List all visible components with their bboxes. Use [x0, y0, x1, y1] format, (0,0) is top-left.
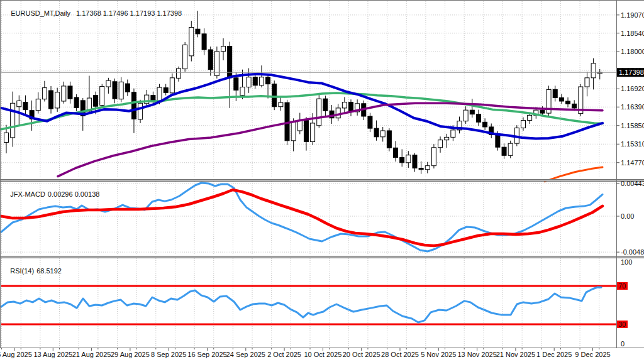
candle — [253, 74, 257, 89]
bull-candle-body — [431, 148, 436, 166]
bull-candle-body — [138, 103, 143, 119]
bear-candle-body — [413, 155, 417, 168]
bear-candle-body — [553, 89, 557, 97]
bull-candle-body — [297, 121, 302, 131]
candle — [304, 117, 308, 151]
candle — [266, 74, 270, 98]
candle — [502, 143, 506, 159]
time-axis-label: 5 Aug 2025 — [0, 351, 32, 358]
bull-candle-body — [279, 102, 283, 107]
time-axis[interactable]: 5 Aug 202513 Aug 202521 Aug 202529 Aug 2… — [0, 348, 611, 358]
time-axis-label: 21 Aug 2025 — [72, 351, 111, 358]
candle — [585, 72, 589, 96]
candle — [42, 81, 47, 102]
time-axis-label: 29 Aug 2025 — [111, 351, 150, 358]
candle — [11, 92, 15, 147]
bear-candle-body — [470, 110, 474, 114]
chart-canvas[interactable]: 1.190701.185401.180001.174601.169201.163… — [0, 0, 644, 362]
bull-candle-body — [521, 121, 525, 128]
candle — [62, 82, 66, 104]
candle — [476, 110, 480, 126]
candle — [106, 78, 111, 94]
price-axis-label: 1.18000 — [621, 48, 644, 55]
time-axis-label: 9 Dec 2025 — [575, 351, 610, 358]
bear-candle-body — [228, 47, 232, 78]
candle — [145, 90, 149, 107]
bear-candle-body — [566, 101, 570, 104]
bear-candle-body — [125, 84, 130, 92]
candle — [380, 127, 385, 141]
bull-candle-body — [119, 82, 123, 99]
candle — [566, 97, 570, 107]
candle — [259, 65, 264, 87]
bear-candle-body — [272, 84, 277, 107]
macd-values: 0.00296 0.00138 — [48, 190, 100, 198]
candle — [317, 93, 321, 128]
bear-candle-body — [49, 90, 53, 109]
bear-candle-body — [304, 121, 308, 142]
time-axis-label: 28 Oct 2025 — [381, 351, 419, 358]
candle — [23, 96, 28, 115]
candle — [113, 79, 117, 103]
candle — [579, 84, 583, 116]
bear-candle-body — [502, 147, 506, 155]
main-chart-legend: EURUSD_MT,Daily1.17368 1.17496 1.17193 1… — [3, 1, 182, 26]
candle — [30, 101, 34, 131]
rsi-axis-label-0: 0 — [621, 340, 625, 348]
time-axis-label: 5 Nov 2025 — [421, 351, 456, 358]
rsi-level-badge-label: 70 — [618, 282, 626, 290]
bear-candle-body — [559, 98, 564, 101]
candle — [348, 99, 353, 116]
rsi-legend: RSI(14)68.5192 — [3, 259, 62, 283]
time-axis-label: 13 Aug 2025 — [33, 351, 72, 358]
candle — [247, 69, 251, 93]
trading-chart-window: 1.190701.185401.180001.174601.169201.163… — [0, 0, 644, 362]
bull-candle-body — [591, 63, 596, 78]
current-price-label: 1.17398 — [619, 69, 644, 76]
bull-candle-body — [380, 131, 385, 137]
candle — [330, 105, 334, 124]
candle — [470, 99, 474, 118]
time-axis-label: 2 Oct 2025 — [267, 351, 301, 358]
price-axis-label: 1.16920 — [621, 85, 644, 92]
candle — [323, 96, 328, 117]
candle — [125, 80, 130, 96]
candle — [336, 104, 340, 121]
bear-candle-body — [164, 88, 168, 93]
candle — [49, 86, 53, 114]
bull-candle-body — [100, 86, 104, 105]
bull-candle-body — [62, 86, 66, 101]
candle — [591, 58, 596, 90]
bull-candle-body — [106, 80, 111, 87]
candle — [406, 151, 411, 168]
bear-candle-body — [208, 50, 213, 70]
panel-frames — [0, 0, 644, 348]
candle — [214, 47, 219, 79]
candle — [489, 123, 494, 138]
candle — [87, 76, 91, 114]
bear-candle-body — [496, 135, 500, 148]
bear-candle-body — [476, 114, 480, 123]
bull-candle-body — [17, 101, 21, 106]
bull-candle-body — [451, 130, 455, 137]
bear-candle-body — [113, 82, 117, 99]
price-axis-label: 1.18540 — [621, 30, 644, 37]
candle — [221, 38, 226, 60]
bull-candle-body — [508, 143, 513, 155]
bear-candle-body — [419, 168, 423, 170]
price-axis[interactable]: 1.190701.185401.180001.174601.169201.163… — [616, 11, 644, 348]
bull-candle-body — [247, 77, 251, 87]
price-axis-label: 1.15850 — [621, 122, 644, 129]
bear-candle-body — [234, 78, 238, 90]
bear-candle-body — [253, 77, 257, 85]
bear-candle-body — [68, 86, 72, 99]
time-axis-label: 1 Dec 2025 — [536, 351, 572, 358]
bear-candle-body — [368, 116, 372, 128]
bull-candle-body — [11, 103, 15, 138]
bear-candle-body — [94, 96, 98, 106]
time-axis-label: 16 Sep 2025 — [187, 351, 226, 358]
candle — [438, 136, 443, 153]
bear-candle-body — [202, 34, 206, 50]
candle — [164, 84, 168, 96]
macd-indicator-label: JFX-MACD — [10, 190, 45, 198]
